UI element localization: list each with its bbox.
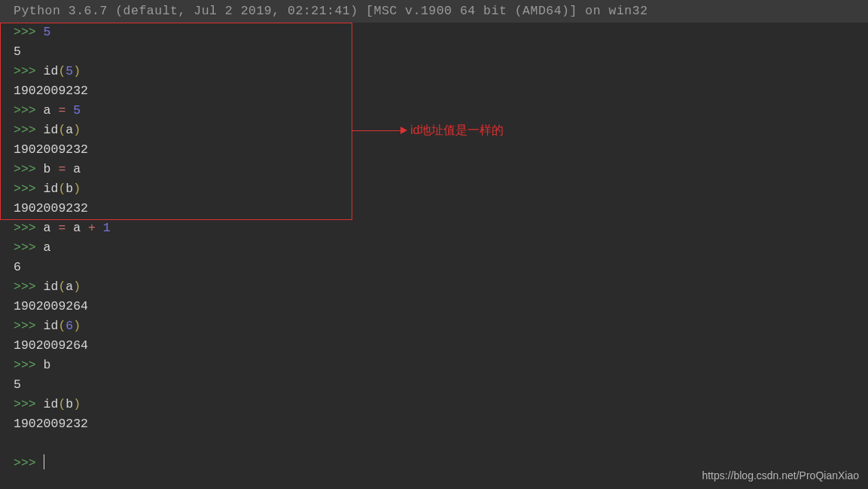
func-id: id xyxy=(44,319,59,333)
repl-line: >>> b = a xyxy=(14,160,862,179)
prompt: >>> xyxy=(14,221,44,235)
var-b: b xyxy=(44,162,51,176)
repl-line: >>> a xyxy=(14,238,862,258)
prompt: >>> xyxy=(14,25,44,39)
repl-output: 1902009232 xyxy=(14,199,862,219)
var-a: a xyxy=(73,221,81,235)
literal-5: 5 xyxy=(44,25,51,39)
repl-line: >>> b xyxy=(14,356,862,375)
func-id: id xyxy=(44,64,59,78)
prompt: >>> xyxy=(14,358,44,372)
python-terminal: Python 3.6.7 (default, Jul 2 2019, 02:21… xyxy=(0,0,868,473)
prompt: >>> xyxy=(14,280,44,294)
func-id: id xyxy=(44,280,59,294)
arg: a xyxy=(65,280,73,294)
repl-line: >>> id(a) xyxy=(14,121,862,140)
paren-open: ( xyxy=(58,64,65,78)
cursor xyxy=(44,454,45,469)
paren-open: ( xyxy=(58,319,65,333)
paren-open: ( xyxy=(58,182,65,196)
op-eq: = xyxy=(51,162,74,176)
paren-close: ) xyxy=(73,123,81,137)
repl-output: 5 xyxy=(14,42,862,62)
paren-close: ) xyxy=(73,64,81,78)
python-version-header: Python 3.6.7 (default, Jul 2 2019, 02:21… xyxy=(0,0,868,23)
prompt: >>> xyxy=(14,64,44,78)
prompt: >>> xyxy=(14,456,44,470)
var-a: a xyxy=(44,240,51,255)
paren-open: ( xyxy=(58,397,65,411)
repl-line: >>> 5 xyxy=(14,23,862,42)
repl-line: >>> id(a) xyxy=(14,277,862,297)
repl-output: 1902009264 xyxy=(14,297,862,316)
prompt: >>> xyxy=(14,162,44,176)
terminal-body[interactable]: id地址值是一样的 >>> 5 5 >>> id(5) 1902009232 >… xyxy=(0,23,868,473)
func-id: id xyxy=(44,182,59,196)
op-plus: + xyxy=(81,221,103,235)
func-id: id xyxy=(44,123,59,137)
arg: b xyxy=(65,397,73,411)
var-a: a xyxy=(73,162,81,176)
literal-5: 5 xyxy=(73,103,81,118)
prompt: >>> xyxy=(14,103,44,118)
paren-close: ) xyxy=(73,280,81,294)
repl-output: 1902009232 xyxy=(14,140,862,160)
paren-open: ( xyxy=(58,123,65,137)
paren-close: ) xyxy=(73,397,81,411)
op-eq: = xyxy=(51,221,74,235)
repl-output: 6 xyxy=(14,258,862,277)
repl-line: >>> id(5) xyxy=(14,62,862,81)
var-a: a xyxy=(44,103,51,118)
repl-line: >>> id(b) xyxy=(14,395,862,414)
repl-line: >>> id(6) xyxy=(14,316,862,336)
repl-output: 5 xyxy=(14,375,862,395)
literal-1: 1 xyxy=(103,221,111,235)
repl-line: >>> a = a + 1 xyxy=(14,219,862,238)
repl-output: 1902009264 xyxy=(14,336,862,356)
paren-close: ) xyxy=(73,319,81,333)
prompt: >>> xyxy=(14,182,44,196)
arg: b xyxy=(65,182,73,196)
func-id: id xyxy=(44,397,59,411)
prompt: >>> xyxy=(14,123,44,137)
paren-open: ( xyxy=(58,280,65,294)
arg: 5 xyxy=(65,64,73,78)
op-eq: = xyxy=(51,103,74,118)
repl-output: 1902009232 xyxy=(14,81,862,101)
prompt: >>> xyxy=(14,319,44,333)
watermark: https://blog.csdn.net/ProQianXiao xyxy=(702,469,859,481)
repl-line: >>> id(b) xyxy=(14,179,862,199)
prompt: >>> xyxy=(14,397,44,411)
prompt: >>> xyxy=(14,240,44,255)
var-b: b xyxy=(44,358,51,372)
repl-line: >>> a = 5 xyxy=(14,101,862,121)
arg: a xyxy=(65,123,73,137)
var-a: a xyxy=(44,221,51,235)
paren-close: ) xyxy=(73,182,81,196)
arg: 6 xyxy=(65,319,73,333)
repl-output: 1902009232 xyxy=(14,414,862,434)
